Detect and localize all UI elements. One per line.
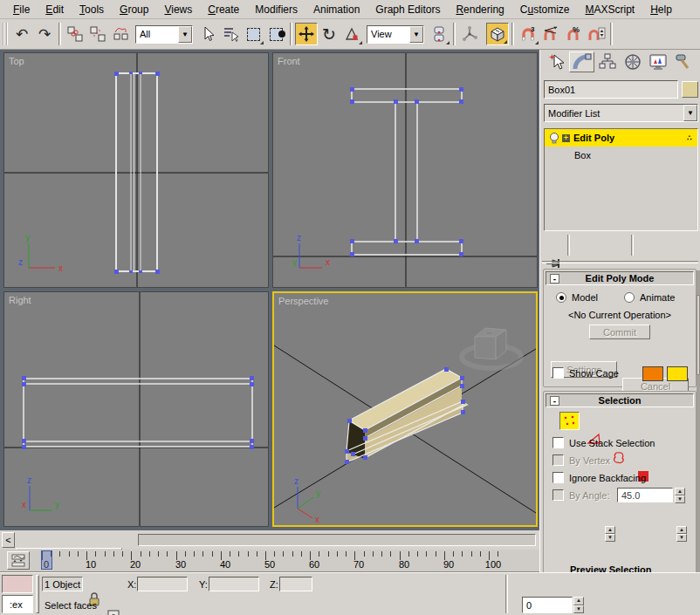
menu-item[interactable]: Graph Editors [367,1,448,18]
radio-icon[interactable] [624,292,635,303]
stack-row-edit-poly[interactable]: + Edit Poly ∴ [545,129,697,147]
viewport-perspective-label[interactable]: Perspective [278,296,328,306]
redo-icon[interactable]: ↷ [33,23,56,45]
select-and-move-icon[interactable] [295,23,318,45]
absolute-offset-mode-icon[interactable] [106,607,121,615]
angle-snap-toggle-icon[interactable] [539,23,562,45]
time-slider-prev-button[interactable]: < [2,532,15,548]
viewport-top[interactable]: y x z Top [3,52,269,288]
time-slider-track[interactable] [138,534,536,546]
menu-item[interactable]: Create [200,1,247,18]
menu-item[interactable]: Tools [72,1,112,18]
y-coordinate-field[interactable] [209,577,259,591]
menu-item[interactable]: Animation [305,1,367,18]
viewport-front-label[interactable]: Front [278,56,300,66]
show-cage-checkbox[interactable]: Show Cage [552,367,619,379]
use-stack-selection-checkbox[interactable]: Use Stack Selection [552,437,655,448]
radio-icon[interactable] [556,292,566,303]
model-radio[interactable]: Model [556,292,598,303]
menu-item[interactable]: Modifiers [247,1,305,18]
tab-display[interactable] [645,51,670,72]
selection-filter-dropdown[interactable]: All ▼ [135,25,193,44]
percent-snap-toggle-icon[interactable]: % [562,23,585,45]
window-crossing-icon[interactable] [264,23,287,45]
rollout-selection-header[interactable]: - Selection [546,393,694,407]
viewport-top-label[interactable]: Top [9,56,24,66]
tab-motion[interactable] [620,51,645,72]
by-angle-spinner[interactable]: ▲▼ [675,488,685,502]
modifier-stack[interactable]: + Edit Poly ∴ Box [544,128,698,231]
bind-to-space-warp-icon[interactable] [109,23,132,45]
menu-item[interactable]: Rendering [448,1,511,18]
menu-item[interactable]: Edit [38,1,72,18]
tab-hierarchy[interactable] [594,51,620,72]
snap-3d-magnet-icon[interactable]: 3 [517,23,539,45]
tab-create[interactable] [544,51,569,72]
collapse-icon[interactable]: - [550,396,559,406]
current-frame-indicator[interactable] [41,550,52,570]
menu-item[interactable]: File [5,1,38,18]
select-and-scale-icon[interactable] [340,23,363,45]
spinner-snap-toggle-icon[interactable] [585,23,607,45]
border-subobject-icon[interactable] [608,448,628,467]
object-name-field[interactable]: Box01 [544,80,678,99]
by-angle-field[interactable]: 45.0 [617,488,673,502]
select-object-icon[interactable] [196,23,219,45]
macro-recorder-pane[interactable] [2,575,33,593]
object-color-swatch[interactable] [682,81,698,98]
listener-splitter[interactable] [36,575,39,613]
maxscript-mini-listener[interactable]: :ex [2,595,33,613]
expand-subobjects-icon[interactable]: + [562,134,570,142]
menu-item[interactable]: Group [112,1,156,18]
frame-spinner[interactable]: ▲▼ [573,597,584,613]
open-mini-curve-editor-button[interactable] [7,551,30,570]
collapse-icon[interactable]: - [550,274,559,284]
ring-spinner[interactable]: ▲▼ [605,526,615,542]
menu-item[interactable]: Customize [512,1,578,18]
select-and-link-icon[interactable] [64,23,86,45]
viewport-right[interactable]: z x y Right [3,291,269,527]
unlink-icon[interactable] [86,23,109,45]
modifier-enabled-lightbulb-icon[interactable] [548,132,560,145]
chevron-down-icon[interactable]: ▼ [409,26,423,43]
loop-spinner[interactable]: ▲▼ [676,526,687,542]
rectangular-selection-region-icon[interactable] [242,23,264,45]
panel-scrollbar[interactable] [697,270,700,572]
stack-row-box[interactable]: Box [545,147,697,163]
modifier-list-dropdown[interactable]: Modifier List ▼ [544,104,698,122]
menu-item[interactable]: MAXScript [578,1,643,18]
cage-color-swatch[interactable] [642,366,663,381]
checkbox-icon[interactable] [552,472,564,483]
ignore-backfacing-checkbox[interactable]: Ignore Backfacing [552,472,646,483]
command-panel: Box01 Modifier List ▼ + Edit Poly ∴ Box [539,50,700,572]
cage-selected-color-swatch[interactable] [667,366,688,381]
reference-coordinate-system-dropdown[interactable]: View ▼ [367,25,424,44]
menu-item[interactable]: Help [642,1,680,18]
tab-modify[interactable] [569,51,594,72]
select-by-name-icon[interactable] [219,23,242,45]
tab-utilities[interactable] [670,51,696,72]
use-pivot-point-center-icon[interactable] [428,23,450,45]
viewport-right-label[interactable]: Right [9,295,31,305]
checkbox-icon[interactable] [552,367,564,379]
track-bar[interactable]: 0102030405060708090100 [0,550,539,572]
vertex-subobject-icon[interactable] [559,412,580,430]
select-and-rotate-icon[interactable]: ↻ [318,23,340,45]
viewport-perspective[interactable]: z y x Perspective [272,291,538,527]
x-coordinate-field[interactable] [137,577,188,591]
z-coordinate-field[interactable] [279,577,312,591]
viewport-front[interactable]: z y x Front [272,52,538,288]
checkbox-icon[interactable] [552,437,564,448]
toolbar-drag-handle[interactable] [3,23,8,45]
rollout-edit-poly-mode-header[interactable]: - Edit Poly Mode [546,271,694,285]
animate-radio[interactable]: Animate [624,292,675,303]
undo-icon[interactable]: ↶ [10,23,33,45]
menu-item[interactable]: Views [156,1,200,18]
chevron-down-icon[interactable]: ▼ [683,105,697,121]
axis-label-y: y [25,233,30,243]
snaps-toggle-icon[interactable] [486,23,509,45]
current-frame-field[interactable]: 0 [522,597,573,613]
chevron-down-icon[interactable]: ▼ [178,26,192,43]
select-and-manipulate-icon[interactable] [458,23,481,45]
panel-scrollbar-thumb[interactable] [697,295,700,375]
